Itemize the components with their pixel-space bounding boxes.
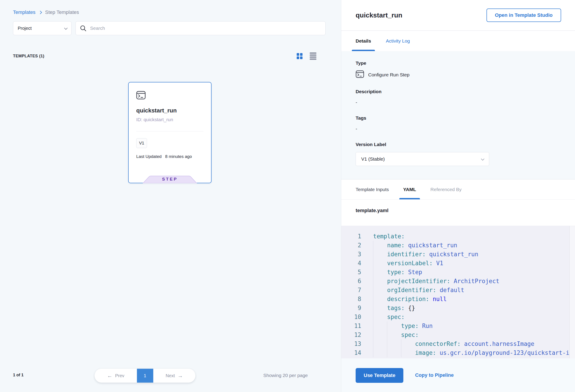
version-select-value: V1 (Stable) [361, 156, 385, 162]
version-label: Version Label [356, 142, 561, 147]
yaml-subtabbar: Template Inputs YAML Referenced By [341, 179, 575, 199]
search-icon [80, 25, 87, 32]
panel-footer: Use Template Copy to Pipeline [341, 358, 575, 392]
yaml-line: 11type: Run [341, 322, 575, 330]
tab-referenced-by[interactable]: Referenced By [431, 179, 462, 199]
step-type-badge: STEP [142, 175, 198, 183]
chevron-right-icon [39, 11, 42, 14]
copy-to-pipeline-link[interactable]: Copy to Pipeline [415, 372, 454, 378]
panel-title: quickstart_run [356, 11, 402, 19]
type-label: Type [356, 61, 561, 66]
yaml-line: 12spec: [341, 330, 575, 339]
next-page-button[interactable]: Next → [153, 369, 196, 383]
tab-yaml[interactable]: YAML [403, 179, 416, 199]
card-title: quickstart_run [136, 107, 177, 114]
templates-page: Templates Step Templates Project TEMPLAT… [0, 0, 575, 392]
next-label: Next [166, 373, 175, 378]
template-details-panel: quickstart_run Open in Template Studio D… [341, 0, 575, 392]
breadcrumb-templates-link[interactable]: Templates [13, 9, 35, 15]
chevron-down-icon [481, 157, 484, 161]
tags-label: Tags [356, 115, 561, 121]
last-updated-row: Last Updated 8 minutes ago [136, 154, 192, 159]
version-badge: V1 [136, 138, 147, 148]
yaml-file-name: template.yaml [341, 199, 575, 226]
yaml-line: 6projectIdentifier: ArchitProject [341, 277, 575, 286]
per-page-text: Showing 20 per page [263, 373, 308, 378]
breadcrumb-current: Step Templates [45, 9, 79, 15]
chevron-down-icon [64, 26, 68, 30]
run-step-icon [356, 70, 364, 79]
arrow-right-icon: → [177, 373, 183, 378]
last-updated-value: 8 minutes ago [165, 154, 192, 159]
details-section: Type Configure Run Step Description - Ta… [341, 51, 575, 179]
card-id: ID: quickstart_run [136, 117, 173, 122]
yaml-line: 5type: Step [341, 268, 575, 277]
yaml-line: 8description: null [341, 295, 575, 303]
description-value: - [356, 100, 561, 105]
version-select[interactable]: V1 (Stable) [356, 152, 489, 166]
open-template-studio-button[interactable]: Open in Template Studio [486, 8, 561, 22]
scope-select[interactable]: Project [13, 21, 72, 35]
editor-scrollbar[interactable] [569, 226, 575, 358]
search-box [75, 21, 326, 35]
templates-count-header: TEMPLATES (1) [13, 54, 44, 58]
pagination: ← Prev 1 Next → [95, 369, 195, 383]
yaml-line: 7orgIdentifier: default [341, 286, 575, 295]
card-divider [136, 131, 203, 132]
scope-select-value: Project [18, 26, 32, 31]
tab-template-inputs[interactable]: Template Inputs [356, 179, 389, 199]
yaml-line: 1template: [341, 232, 575, 241]
prev-label: Prev [115, 373, 124, 378]
list-view-icon[interactable] [310, 52, 316, 60]
yaml-line: 4versionLabel: V1 [341, 259, 575, 268]
yaml-line: 9tags: {} [341, 303, 575, 312]
arrow-left-icon: ← [107, 373, 113, 378]
yaml-line: 14image: us.gcr.io/playground-123/quicks… [341, 348, 575, 357]
tab-details[interactable]: Details [356, 31, 371, 51]
yaml-line: 13connectorRef: account.harnessImage [341, 339, 575, 348]
description-label: Description [356, 89, 561, 94]
panel-header: quickstart_run Open in Template Studio [341, 0, 575, 31]
yaml-line: 3identifier: quickstart_run [341, 250, 575, 259]
breadcrumb: Templates Step Templates [13, 9, 79, 15]
page-1-button[interactable]: 1 [137, 369, 153, 383]
view-toggles [297, 52, 317, 60]
last-updated-label: Last Updated [136, 154, 162, 159]
search-input[interactable] [90, 25, 321, 31]
details-tabbar: Details Activity Log [341, 31, 575, 51]
page-count: 1 of 1 [13, 373, 24, 377]
yaml-line: 2name: quickstart_run [341, 241, 575, 250]
tags-value: - [356, 126, 561, 132]
step-badge-label: STEP [142, 177, 198, 182]
yaml-editor: 1template:2name: quickstart_run3identifi… [341, 226, 575, 358]
template-card[interactable]: quickstart_run ID: quickstart_run V1 Las… [128, 82, 212, 183]
grid-view-icon[interactable] [297, 53, 303, 59]
yaml-line: 10spec: [341, 312, 575, 322]
type-value: Configure Run Step [368, 72, 409, 77]
use-template-button[interactable]: Use Template [356, 368, 403, 383]
run-step-icon [136, 91, 146, 100]
tab-activity-log[interactable]: Activity Log [386, 31, 410, 51]
yaml-code-lines: 1template:2name: quickstart_run3identifi… [341, 232, 575, 357]
prev-page-button[interactable]: ← Prev [95, 369, 137, 383]
template-list-panel: Templates Step Templates Project TEMPLAT… [0, 0, 341, 392]
type-row: Configure Run Step [356, 70, 561, 79]
